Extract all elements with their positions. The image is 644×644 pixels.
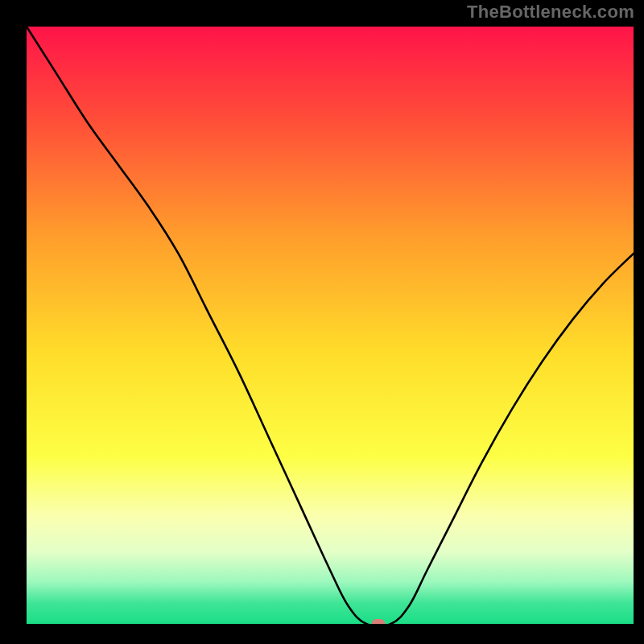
gradient-fill — [27, 27, 634, 624]
chart-container: TheBottleneck.com — [0, 0, 644, 644]
optimal-point-marker — [372, 619, 386, 624]
plot-area — [27, 27, 634, 624]
chart-svg — [27, 27, 634, 624]
watermark-text: TheBottleneck.com — [467, 2, 634, 23]
